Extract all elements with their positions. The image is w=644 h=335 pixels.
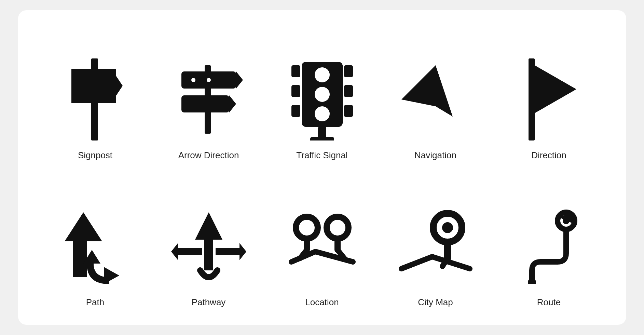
icon-cell-signpost: Signpost — [39, 24, 152, 164]
svg-point-42 — [442, 222, 453, 233]
svg-marker-29 — [175, 248, 202, 255]
direction-icon — [511, 55, 587, 144]
svg-point-51 — [528, 278, 536, 284]
arrow-direction-label: Arrow Direction — [178, 150, 239, 161]
navigation-icon — [398, 55, 473, 144]
icon-cell-location: Location — [265, 171, 379, 311]
traffic-signal-icon — [285, 55, 360, 144]
icon-cell-path: Path — [39, 171, 152, 311]
svg-rect-18 — [344, 105, 353, 117]
icon-cell-arrow-direction: Arrow Direction — [152, 24, 265, 164]
svg-point-12 — [315, 106, 330, 121]
svg-marker-28 — [195, 212, 222, 240]
svg-marker-30 — [171, 243, 178, 260]
svg-marker-24 — [73, 240, 87, 277]
icon-cell-navigation: Navigation — [379, 24, 492, 164]
svg-marker-21 — [401, 65, 453, 117]
svg-line-45 — [432, 257, 470, 269]
icon-cell-pathway: Pathway — [152, 171, 265, 311]
svg-line-44 — [401, 257, 432, 269]
svg-rect-22 — [529, 58, 535, 140]
svg-point-8 — [207, 78, 211, 82]
svg-point-33 — [296, 217, 318, 239]
svg-point-10 — [315, 67, 330, 82]
svg-point-11 — [315, 87, 330, 102]
svg-marker-3 — [236, 71, 243, 89]
icon-cell-traffic-signal: Traffic Signal — [265, 24, 379, 164]
svg-marker-5 — [229, 95, 236, 112]
pathway-label: Pathway — [192, 297, 226, 308]
direction-label: Direction — [531, 150, 566, 161]
city-map-icon — [398, 202, 473, 291]
svg-point-35 — [327, 217, 348, 239]
svg-marker-1 — [71, 69, 123, 103]
svg-rect-13 — [291, 65, 300, 77]
svg-marker-31 — [216, 248, 243, 255]
signpost-icon — [58, 55, 133, 144]
icon-cell-city-map: City Map — [379, 171, 492, 311]
svg-marker-23 — [535, 65, 576, 113]
path-icon — [58, 202, 133, 291]
svg-rect-15 — [291, 85, 300, 97]
svg-rect-27 — [204, 236, 213, 270]
icon-grid: Signpost Arrow Direction — [39, 24, 606, 311]
navigation-label: Navigation — [414, 150, 456, 161]
svg-marker-25 — [65, 212, 102, 241]
route-icon — [511, 202, 587, 291]
svg-rect-17 — [291, 105, 300, 117]
svg-marker-26 — [104, 267, 119, 284]
signpost-label: Signpost — [78, 150, 112, 161]
traffic-signal-label: Traffic Signal — [296, 150, 347, 161]
city-map-label: City Map — [418, 297, 453, 308]
icon-collection-card: Signpost Arrow Direction — [18, 10, 626, 325]
svg-rect-20 — [310, 137, 334, 140]
pathway-icon — [171, 202, 246, 291]
location-icon — [285, 202, 360, 291]
svg-line-38 — [315, 252, 353, 262]
svg-rect-6 — [205, 65, 211, 134]
path-label: Path — [86, 297, 105, 308]
svg-rect-16 — [344, 85, 353, 97]
svg-rect-14 — [344, 65, 353, 77]
svg-marker-32 — [239, 243, 246, 260]
arrow-direction-icon — [171, 55, 246, 144]
svg-point-7 — [191, 78, 195, 82]
icon-cell-direction: Direction — [492, 24, 606, 164]
icon-cell-route: Route — [492, 171, 606, 311]
location-label: Location — [305, 297, 339, 308]
route-label: Route — [537, 297, 561, 308]
